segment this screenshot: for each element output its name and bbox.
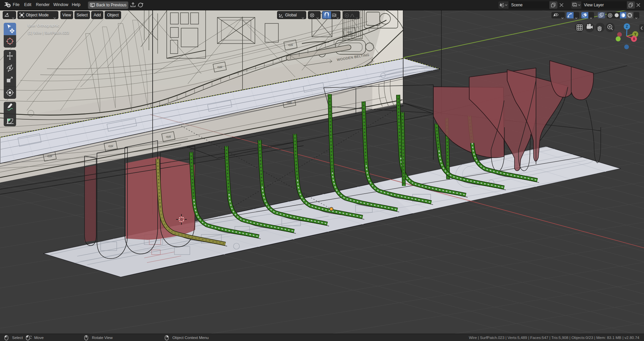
svg-text:X: X bbox=[633, 37, 635, 41]
svg-text:Y: Y bbox=[634, 32, 637, 36]
svg-text:Z: Z bbox=[626, 25, 628, 28]
